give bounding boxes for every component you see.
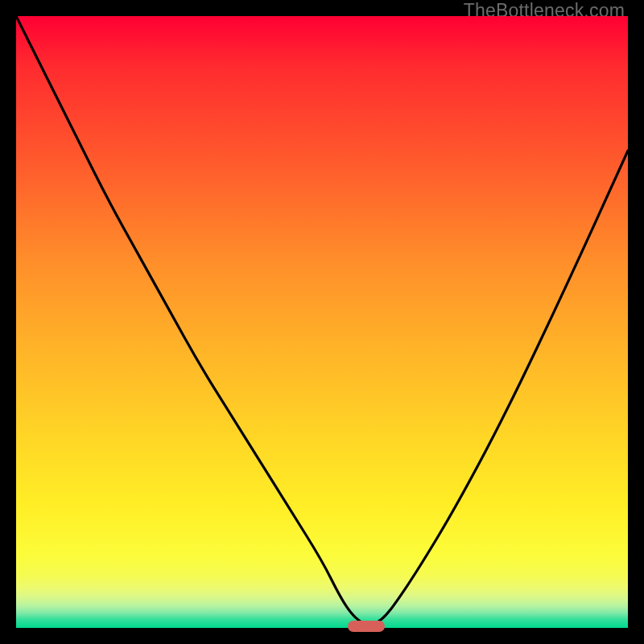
optimal-marker (348, 621, 385, 632)
plot-area (16, 16, 628, 628)
chart-frame: TheBottleneck.com (0, 0, 644, 644)
bottleneck-curve (16, 16, 628, 628)
curve-path (16, 16, 628, 625)
